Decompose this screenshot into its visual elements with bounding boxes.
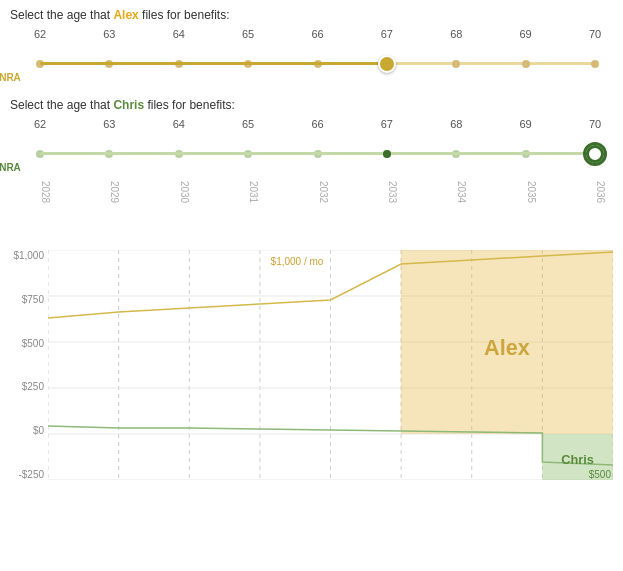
age-label-70: 70 xyxy=(589,28,601,40)
alex-track xyxy=(40,62,595,65)
alex-slider[interactable]: NRA xyxy=(10,44,613,94)
chris-chart-label: Chris xyxy=(561,452,594,467)
y-axis: $1,000 $750 $500 $250 $0 -$250 xyxy=(10,250,48,480)
age-label-68: 68 xyxy=(450,28,462,40)
alex-dot-7 xyxy=(522,60,530,68)
y-label-neg250: -$250 xyxy=(18,469,44,480)
age-label-63: 63 xyxy=(103,28,115,40)
alex-thumb[interactable] xyxy=(378,55,396,73)
y-label-500: $500 xyxy=(22,338,44,349)
chris-instruction: Select the age that Chris files for bene… xyxy=(10,98,613,112)
chris-slider[interactable]: NRA xyxy=(10,134,613,184)
chris-nra-marker xyxy=(383,150,391,158)
chris-thumb[interactable] xyxy=(586,145,604,163)
age-label-66: 66 xyxy=(311,28,323,40)
age-label-65: 65 xyxy=(242,28,254,40)
alex-nra-label: NRA xyxy=(0,72,21,83)
alex-dot-8 xyxy=(591,60,599,68)
chris-nra-label: NRA xyxy=(0,162,21,173)
y-label-1000: $1,000 xyxy=(13,250,44,261)
chris-age-labels: 62 63 64 65 66 67 68 69 70 xyxy=(10,118,613,134)
chris-amount-label: $500 xyxy=(589,469,611,480)
year-labels-row: 2028 2029 2030 2031 2032 2033 2034 2035 … xyxy=(10,188,613,250)
age-label-67: 67 xyxy=(381,28,393,40)
main-container: Select the age that Alex files for benef… xyxy=(0,0,623,571)
alex-active-track xyxy=(40,62,387,65)
alex-amount-label: $1,000 / mo xyxy=(271,256,324,267)
chris-track xyxy=(40,152,595,155)
alex-instruction: Select the age that Alex files for benef… xyxy=(10,8,613,22)
chris-active-track xyxy=(40,152,595,155)
age-label-69: 69 xyxy=(520,28,532,40)
chart-svg: Alex Chris xyxy=(48,250,613,480)
y-label-750: $750 xyxy=(22,294,44,305)
chart-area: $1,000 $750 $500 $250 $0 -$250 xyxy=(10,250,613,480)
y-label-250: $250 xyxy=(22,381,44,392)
age-label-62: 62 xyxy=(34,28,46,40)
y-label-0: $0 xyxy=(33,425,44,436)
alex-age-labels: 62 63 64 65 66 67 68 69 70 xyxy=(10,28,613,44)
alex-chart-label: Alex xyxy=(484,335,530,360)
age-label-64: 64 xyxy=(173,28,185,40)
alex-dot-6 xyxy=(452,60,460,68)
